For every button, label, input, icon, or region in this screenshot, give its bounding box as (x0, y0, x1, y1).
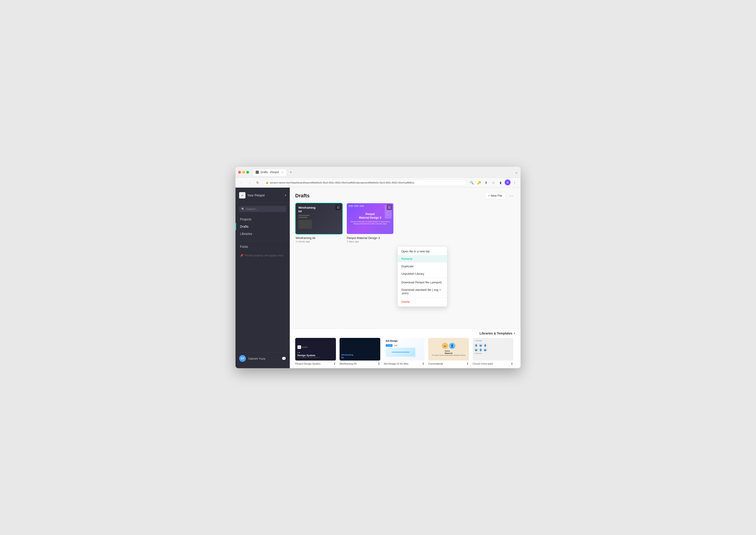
key-icon[interactable]: 🔑 (476, 180, 482, 186)
penpot-thumb-subtitle: Ultimate collection of customizable UI e… (349, 221, 391, 225)
page-title: Drafts (295, 193, 310, 199)
browser-tab[interactable]: Drafts - Penpot × (253, 169, 287, 176)
file-date: 2 days ago (347, 240, 393, 243)
header-actions: + New File ⋯ (485, 192, 515, 199)
templates-grid: ⬚ penpot ● ◆ Design System Last updated … (295, 338, 515, 365)
sidebar-user-avatar[interactable]: SY (239, 355, 246, 362)
close-window-button[interactable] (238, 171, 241, 174)
search-box[interactable]: 🔍 (239, 206, 286, 212)
thumb-elements (298, 215, 312, 229)
template-name: Cocomaterial (428, 362, 443, 365)
tab-favicon (256, 171, 259, 174)
template-name: Circum Icons pack (472, 362, 493, 365)
file-name: Penpot Material Design 3 (347, 236, 393, 240)
context-menu-open-new-tab[interactable]: Open file in a new tab (398, 248, 447, 255)
thumb-row (298, 217, 308, 218)
file-menu-button[interactable]: ☷ (387, 205, 392, 210)
file-card-wireframing-kit[interactable]: Wireframingkit ☷ Wireframing kit (295, 203, 343, 244)
template-download-button[interactable]: ⬇ (333, 362, 336, 365)
file-menu-button[interactable]: ☷ (336, 205, 341, 210)
workspace-name: Your Penpot (247, 193, 283, 197)
lock-icon: 🔒 (266, 181, 269, 184)
file-info: Wireframing kit 1 minute ago (295, 235, 343, 244)
template-download-button[interactable]: ⬇ (378, 362, 380, 365)
refresh-button[interactable]: ↻ (255, 180, 261, 186)
file-thumbnail: Wireframingkit ☷ (295, 203, 343, 235)
template-actions: Cocomaterial ⬇ (428, 362, 469, 365)
context-menu-download-standard[interactable]: Download standard file (.svg + .json) (398, 286, 447, 297)
file-name: Wireframing kit (296, 236, 342, 240)
title-bar: Drafts - Penpot × + ⌄ (235, 167, 521, 178)
forward-button[interactable]: → (246, 180, 253, 186)
template-card-wireframing-kit[interactable]: Wireframing kit Wireframing Kit ⬇ (339, 338, 380, 365)
more-options-button[interactable]: ⋯ (507, 192, 515, 199)
template-card-cocomaterial[interactable]: 🐱 👤 CocoMaterial The Open Source hand-dr… (428, 338, 469, 365)
address-bar: ← → ↻ 🔒 penpot.navios.biz/#/dashboard/te… (235, 178, 521, 187)
template-download-button[interactable]: ⬇ (466, 362, 469, 365)
user-avatar[interactable]: S (505, 180, 511, 185)
tab-close-button[interactable]: × (281, 171, 284, 174)
workspace-selector[interactable]: Your Penpot ▾ (235, 191, 290, 202)
template-title: Design System (297, 354, 315, 357)
template-card-ant-design[interactable]: Ant Design UI Kit Lite (384, 338, 425, 365)
sidebar: Your Penpot ▾ 🔍 Projects Drafts Librarie… (235, 187, 290, 368)
libraries-chevron-icon: ▾ (514, 332, 515, 335)
back-button[interactable]: ← (238, 180, 245, 186)
tab-title: Drafts - Penpot (260, 171, 279, 174)
traffic-lights (238, 171, 249, 174)
search-button[interactable]: 🔍 (469, 180, 475, 186)
collapse-button[interactable]: ⌄ (515, 170, 518, 174)
template-actions: Circum Icons pack ⬇ (472, 362, 513, 365)
sidebar-item-label: Libraries (240, 232, 252, 236)
sidebar-item-fonts[interactable]: Fonts (235, 243, 290, 250)
download-button[interactable]: ⬇ (483, 180, 489, 186)
file-date: 1 minute ago (296, 240, 342, 243)
template-thumbnail: ⬚ penpot ● ◆ Design System Last updated … (295, 338, 336, 360)
file-grid: Wireframingkit ☷ Wireframing kit (295, 203, 515, 244)
template-thumbnail: 🐱 👤 CocoMaterial The Open Source hand-dr… (428, 338, 469, 360)
svg-rect-0 (240, 193, 244, 197)
url-text: penpot.navios.biz/#/dashboard/team/d9bb0… (270, 181, 414, 184)
app-layout: Your Penpot ▾ 🔍 Projects Drafts Librarie… (235, 187, 521, 368)
sidebar-user-section: SY Satoshi Yuza 💬 (235, 352, 290, 365)
sidebar-item-label: Projects (240, 217, 252, 221)
thumb-row (298, 215, 310, 216)
tab-bar: Drafts - Penpot × + (253, 169, 513, 176)
context-menu-unpublish[interactable]: Unpublish Library (398, 270, 447, 277)
sidebar-item-projects[interactable]: Projects (235, 216, 290, 223)
ant-badges: UI Kit Lite (386, 344, 398, 347)
minimize-window-button[interactable] (242, 171, 245, 174)
template-download-button[interactable]: ⬇ (511, 362, 513, 365)
split-view-button[interactable]: ▮ (498, 180, 504, 186)
new-tab-button[interactable]: + (288, 169, 294, 175)
sidebar-item-libraries[interactable]: Libraries (235, 230, 290, 238)
libraries-title: Libraries & Templates (479, 331, 512, 335)
context-menu-duplicate[interactable]: Duplicate (398, 263, 447, 270)
context-menu-download-penpot[interactable]: Download Penpot file (.penpot) (398, 279, 447, 286)
maximize-window-button[interactable] (246, 171, 249, 174)
chat-icon[interactable]: 💬 (282, 356, 286, 361)
main-header: Drafts + New File ⋯ (290, 187, 521, 203)
sidebar-item-drafts[interactable]: Drafts (235, 223, 290, 230)
new-file-button[interactable]: + New File (485, 192, 505, 199)
context-menu-rename[interactable]: Rename (398, 255, 447, 263)
template-name: Penpot Design System (295, 362, 320, 365)
template-actions: Penpot Design System ⬇ (295, 362, 336, 365)
address-actions: 🔍 🔑 ⬇ ☆ ▮ S ⋮ (469, 180, 518, 186)
file-card-penpot-material[interactable]: PenpotMaterial Design 3 Ultimate collect… (346, 203, 394, 244)
context-menu-delete[interactable]: Delete (398, 298, 447, 305)
ant-thumb-content: Ant Design UI Kit Lite (384, 338, 425, 358)
bookmark-button[interactable]: ☆ (490, 180, 497, 186)
template-download-button[interactable]: ⬇ (422, 362, 425, 365)
settings-button[interactable]: ⋮ (511, 180, 518, 186)
badge-ui-kit: UI Kit (386, 344, 392, 347)
template-card-circum-icons[interactable]: ○ Circum 👤 👥 👤 👥 👤 👥 © 285 evo... (472, 338, 513, 365)
penpot-thumb-title: PenpotMaterial Design 3 (359, 212, 381, 219)
template-card-design-system[interactable]: ⬚ penpot ● ◆ Design System Last updated … (295, 338, 336, 365)
search-input[interactable] (246, 207, 284, 211)
libraries-title-area[interactable]: Libraries & Templates ▾ (479, 331, 515, 335)
workspace-logo-icon (239, 192, 245, 198)
thumb-rect (298, 220, 312, 229)
template-thumbnail: Wireframing kit (339, 338, 380, 360)
url-bar[interactable]: 🔒 penpot.navios.biz/#/dashboard/team/d9b… (263, 179, 467, 186)
